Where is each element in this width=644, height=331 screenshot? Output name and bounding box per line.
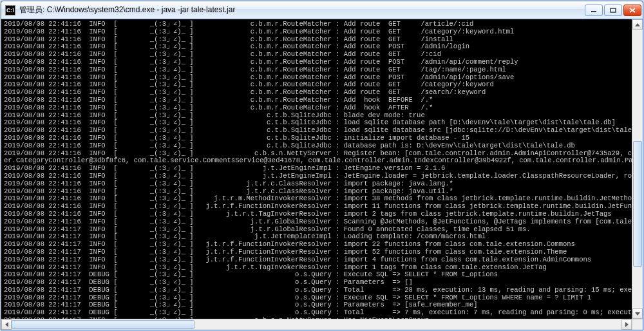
- log-line: 2019/08/08 22:41:16 INFO [ _(:3」∠)_ ] c.…: [4, 97, 632, 104]
- maximize-button[interactable]: [604, 5, 622, 16]
- log-line: 2019/08/08 22:41:17 INFO [ _(:3」∠)_ ] j.…: [4, 256, 632, 264]
- vertical-scrollbar[interactable]: [632, 19, 643, 319]
- log-line: 2019/08/08 22:41:16 INFO [ _(:3」∠)_ ] j.…: [4, 180, 632, 188]
- log-line: 2019/08/08 22:41:16 INFO [ _(:3」∠)_ ] c.…: [4, 135, 632, 142]
- scroll-track-horizontal[interactable]: [12, 319, 621, 330]
- log-line: 2019/08/08 22:41:17 INFO [ _(:3」∠)_ ] j.…: [4, 249, 632, 256]
- log-line: 2019/08/08 22:41:16 INFO [ _(:3」∠)_ ] j.…: [4, 173, 632, 180]
- console-area[interactable]: 2019/08/08 22:41:16 INFO [ _(:3」∠)_ ] c.…: [1, 19, 643, 330]
- scroll-right-button[interactable]: [621, 319, 632, 330]
- cmd-window: C:\ 管理员: C:\Windows\system32\cmd.exe - j…: [1, 1, 643, 330]
- log-line: 2019/08/08 22:41:16 INFO [ _(:3」∠)_ ] c.…: [4, 59, 632, 66]
- scrollbar-corner: [632, 319, 643, 330]
- log-line: 2019/08/08 22:41:16 INFO [ _(:3」∠)_ ] j.…: [4, 218, 632, 226]
- scroll-thumb-horizontal[interactable]: [12, 320, 194, 329]
- horizontal-scrollbar[interactable]: [1, 319, 632, 330]
- log-line: 2019/08/08 22:41:17 DEBUG [ _(:3」∠)_ ] o…: [4, 287, 632, 294]
- scroll-track-vertical[interactable]: [632, 30, 643, 308]
- svg-rect-0: [591, 11, 596, 12]
- log-line: 2019/08/08 22:41:16 INFO [ _(:3」∠)_ ] j.…: [4, 211, 632, 218]
- minimize-button[interactable]: [585, 5, 603, 16]
- scroll-up-button[interactable]: [632, 19, 643, 30]
- window-buttons: [585, 5, 641, 16]
- scroll-thumb-vertical[interactable]: [633, 141, 642, 267]
- console-output: 2019/08/08 22:41:16 INFO [ _(:3」∠)_ ] c.…: [1, 19, 632, 319]
- svg-rect-1: [611, 8, 616, 12]
- cmd-icon: C:\: [5, 5, 15, 15]
- log-line: 2019/08/08 22:41:16 INFO [ _(:3」∠)_ ] c.…: [4, 104, 632, 112]
- log-line: 2019/08/08 22:41:16 INFO [ _(:3」∠)_ ] c.…: [4, 28, 632, 36]
- window-title: 管理员: C:\Windows\system32\cmd.exe - java …: [19, 5, 585, 15]
- log-line: 2019/08/08 22:41:16 INFO [ _(:3」∠)_ ] c.…: [4, 142, 632, 150]
- scroll-left-button[interactable]: [1, 319, 12, 330]
- close-button[interactable]: [623, 5, 641, 16]
- titlebar[interactable]: C:\ 管理员: C:\Windows\system32\cmd.exe - j…: [1, 1, 643, 19]
- log-line: 2019/08/08 22:41:16 INFO [ _(:3」∠)_ ] c.…: [4, 66, 632, 74]
- scroll-down-button[interactable]: [632, 308, 643, 319]
